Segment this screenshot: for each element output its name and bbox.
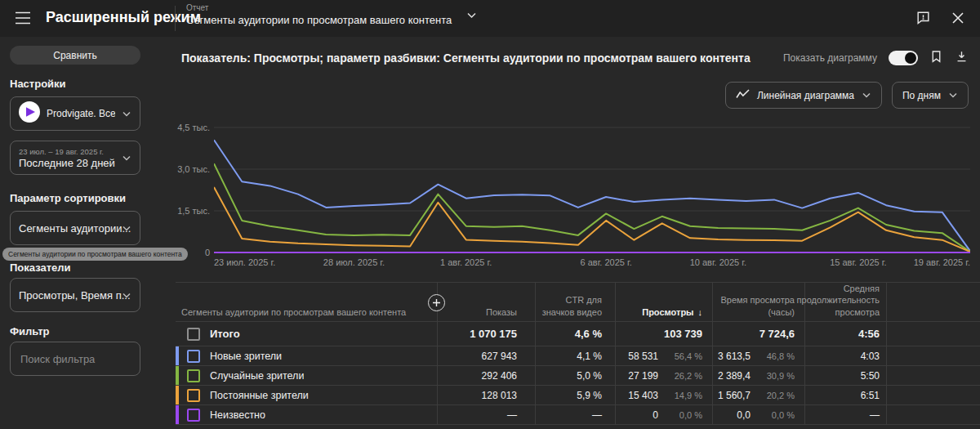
date-range-selector[interactable]: 23 июл. – 19 авг. 2025 г. Последние 28 д… bbox=[10, 141, 140, 175]
totals-avg-duration: 4:56 bbox=[804, 322, 886, 346]
row-watch-time: 3 613,5 46,8 % bbox=[712, 346, 804, 365]
filter-search-input[interactable] bbox=[10, 342, 140, 376]
row-empty-cell bbox=[886, 346, 980, 365]
totals-ctr: 4,6 % bbox=[535, 322, 615, 346]
totals-label: Итого bbox=[210, 328, 240, 340]
line-chart-icon bbox=[736, 89, 750, 101]
chevron-down-icon bbox=[122, 221, 131, 235]
y-axis-tick: 4,5 тыс. bbox=[177, 123, 210, 132]
row-ctr: — bbox=[535, 405, 615, 424]
row-avg-duration: 6:51 bbox=[804, 386, 886, 404]
row-watch-time: 0,0 0,0 % bbox=[712, 405, 804, 424]
table-row[interactable]: Новые зрители 627 943 4,1 % 58 531 56,4 … bbox=[176, 346, 980, 366]
row-impressions: 627 943 bbox=[437, 346, 535, 365]
column-header-ctr[interactable]: CTR для значков видео bbox=[535, 283, 615, 325]
row-watch-time: 2 389,4 30,9 % bbox=[712, 366, 804, 385]
column-header-views[interactable]: Просмотры ↓ bbox=[615, 283, 712, 325]
row-label: Неизвестно bbox=[210, 409, 265, 421]
line-chart: 01,5 тыс.3,0 тыс.4,5 тыс. 23 июл. 2025 г… bbox=[176, 126, 980, 275]
granularity-selector[interactable]: По дням bbox=[892, 82, 969, 109]
row-label: Новые зрители bbox=[210, 351, 282, 362]
compare-button[interactable]: Сравнить bbox=[10, 46, 140, 65]
hamburger-menu-icon[interactable] bbox=[15, 11, 31, 29]
row-impressions: — bbox=[437, 405, 535, 424]
column-header-avg-duration[interactable]: Средняя продолжительность просмотра bbox=[804, 283, 886, 325]
row-empty-cell bbox=[886, 386, 980, 404]
watch-time-value: 0,0 bbox=[737, 409, 751, 421]
row-watch-time: 1 560,7 20,2 % bbox=[712, 386, 804, 404]
row-checkbox[interactable] bbox=[187, 409, 200, 422]
sort-heading: Параметр сортировки bbox=[10, 192, 126, 204]
date-range-caption: 23 июл. – 19 авг. 2025 г. bbox=[19, 147, 115, 156]
row-avg-duration: — bbox=[804, 405, 886, 424]
bookmark-icon[interactable] bbox=[929, 49, 943, 67]
row-views: 58 531 56,4 % bbox=[615, 346, 712, 365]
row-checkbox[interactable] bbox=[187, 369, 200, 382]
analytics-table: Сегменты аудитории по просмотрам вашего … bbox=[176, 282, 980, 429]
settings-heading: Настройки bbox=[10, 78, 66, 90]
watch-time-percent: 0,0 % bbox=[754, 410, 795, 420]
row-impressions: 292 406 bbox=[437, 366, 535, 385]
row-label-cell: Новые зрители bbox=[176, 346, 437, 365]
feedback-icon[interactable] bbox=[915, 10, 931, 29]
report-caption: Отчет bbox=[186, 3, 452, 12]
totals-label-cell: Итого bbox=[176, 322, 437, 346]
download-icon[interactable] bbox=[955, 49, 969, 67]
sort-dimension-selector[interactable]: Сегменты аудитории... bbox=[10, 211, 140, 245]
y-axis-tick: 1,5 тыс. bbox=[177, 206, 210, 216]
column-header-impressions[interactable]: Показы bbox=[437, 283, 535, 325]
add-column-button[interactable] bbox=[428, 294, 445, 311]
metrics-selector[interactable]: Просмотры, Время п... bbox=[10, 278, 140, 312]
table-row[interactable]: Постоянные зрители 128 013 5,9 % 15 403 … bbox=[176, 386, 980, 405]
totals-checkbox[interactable] bbox=[187, 328, 200, 341]
row-checkbox[interactable] bbox=[187, 389, 200, 402]
report-name: Сегменты аудитории по просмотрам вашего … bbox=[186, 14, 452, 26]
row-label-cell: Случайные зрители bbox=[176, 366, 437, 385]
chart-plot-area bbox=[214, 126, 970, 258]
report-selector[interactable]: Отчет Сегменты аудитории по просмотрам в… bbox=[186, 3, 477, 26]
top-bar: Расширенный режим Отчет Сегменты аудитор… bbox=[0, 0, 980, 37]
channel-name: Prodvigate. Все о ... bbox=[47, 108, 115, 119]
totals-watch-time: 7 724,6 bbox=[712, 322, 804, 346]
views-percent: 14,9 % bbox=[662, 391, 702, 400]
row-views: 27 199 26,2 % bbox=[615, 366, 712, 385]
close-icon[interactable] bbox=[951, 11, 965, 29]
series-color-stripe bbox=[176, 386, 179, 404]
x-axis-tick: 28 июл. 2025 г. bbox=[323, 257, 385, 267]
views-value: 0 bbox=[653, 409, 658, 421]
views-percent: 56,4 % bbox=[662, 351, 702, 361]
views-value: 58 531 bbox=[628, 351, 658, 362]
topbar-divider bbox=[175, 6, 176, 31]
watch-time-value: 3 613,5 bbox=[718, 351, 751, 362]
show-chart-toggle[interactable] bbox=[889, 51, 918, 65]
row-views: 0 0,0 % bbox=[615, 405, 712, 424]
row-checkbox[interactable] bbox=[187, 350, 200, 363]
chevron-down-icon bbox=[122, 150, 131, 165]
chevron-down-icon bbox=[948, 90, 958, 101]
row-ctr: 5,0 % bbox=[535, 366, 615, 385]
watch-time-value: 2 389,4 bbox=[718, 370, 751, 382]
granularity-value: По дням bbox=[902, 90, 941, 101]
row-label: Постоянные зрители bbox=[210, 390, 309, 401]
views-header-label: Просмотры bbox=[642, 306, 693, 318]
series-color-stripe bbox=[176, 366, 179, 385]
channel-avatar bbox=[19, 101, 40, 126]
row-ctr: 5,9 % bbox=[535, 386, 615, 404]
filter-heading: Фильтр bbox=[10, 325, 50, 337]
row-views: 15 403 14,9 % bbox=[615, 386, 712, 404]
row-empty-cell bbox=[886, 366, 980, 385]
chart-type-selector[interactable]: Линейная диаграмма bbox=[725, 82, 882, 109]
watch-time-value: 1 560,7 bbox=[718, 390, 751, 401]
table-row[interactable]: Случайные зрители 292 406 5,0 % 27 199 2… bbox=[176, 366, 980, 386]
column-header-watch-time[interactable]: Время просмотра (часы) bbox=[712, 283, 804, 325]
channel-selector[interactable]: Prodvigate. Все о ... bbox=[10, 96, 140, 131]
totals-row[interactable]: Итого 1 070 175 4,6 % 103 739 7 724,6 4:… bbox=[176, 322, 980, 346]
chevron-down-icon bbox=[862, 90, 871, 101]
watch-time-percent: 30,9 % bbox=[754, 371, 795, 381]
page-title: Расширенный режим bbox=[46, 9, 201, 26]
table-row[interactable]: Неизвестно — — 0 0,0 % 0,0 0,0 % — bbox=[176, 405, 980, 425]
row-avg-duration: 5:50 bbox=[804, 366, 886, 385]
show-chart-label: Показать диаграмму bbox=[783, 52, 877, 64]
totals-impressions: 1 070 175 bbox=[437, 322, 535, 346]
row-ctr: 4,1 % bbox=[535, 346, 615, 365]
